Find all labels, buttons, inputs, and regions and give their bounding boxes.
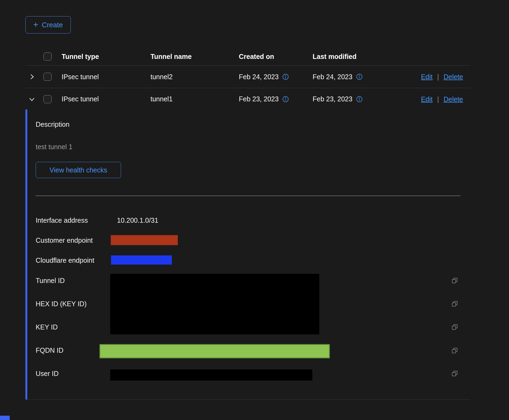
info-icon[interactable] xyxy=(356,74,363,80)
description-label: Description xyxy=(36,120,69,129)
actions-separator: | xyxy=(437,73,439,81)
select-all-checkbox[interactable] xyxy=(43,52,52,61)
description-value: test tunnel 1 xyxy=(36,142,72,151)
created-on-cell: Feb 24, 2023 xyxy=(239,73,279,81)
copy-icon[interactable] xyxy=(451,347,458,354)
actions-separator: | xyxy=(437,95,439,103)
customer-endpoint-redaction xyxy=(111,235,178,245)
tunnel-id-redaction xyxy=(110,274,319,334)
row-checkbox[interactable] xyxy=(43,95,52,103)
hex-id-label: HEX ID (KEY ID) xyxy=(36,299,86,308)
create-button-label: Create xyxy=(42,21,63,29)
last-modified-cell: Feb 23, 2023 xyxy=(313,95,352,103)
info-icon[interactable] xyxy=(356,96,363,102)
tunnel-name-cell: tunnel1 xyxy=(150,95,239,103)
tunnel-details-panel: Description test tunnel 1 View health ch… xyxy=(25,109,470,400)
expand-chevron-right-icon[interactable] xyxy=(28,73,36,81)
customer-endpoint-label: Customer endpoint xyxy=(36,236,93,245)
edit-link[interactable]: Edit xyxy=(421,95,433,103)
panel-divider xyxy=(36,196,460,196)
tunnel-name-cell: tunnel2 xyxy=(150,73,239,81)
fqdn-id-label: FQDN ID xyxy=(36,346,63,355)
user-id-label: User ID xyxy=(36,369,59,378)
copy-icon[interactable] xyxy=(451,300,458,307)
edit-link[interactable]: Edit xyxy=(421,73,433,81)
tunnel-type-cell: IPsec tunnel xyxy=(62,73,150,81)
tunnels-table: Tunnel type Tunnel name Created on Last … xyxy=(25,48,470,110)
info-icon[interactable] xyxy=(282,74,289,80)
header-tunnel-name: Tunnel name xyxy=(150,53,239,61)
plus-icon: + xyxy=(33,20,38,29)
interface-address-label: Interface address xyxy=(36,216,88,225)
delete-link[interactable]: Delete xyxy=(444,95,463,103)
created-on-cell: Feb 23, 2023 xyxy=(239,95,279,103)
user-id-redaction xyxy=(110,369,312,381)
copy-icon[interactable] xyxy=(451,370,458,377)
interface-address-value: 10.200.1.0/31 xyxy=(117,216,158,225)
header-last-modified: Last modified xyxy=(313,53,470,61)
cloudflare-endpoint-label: Cloudflare endpoint xyxy=(36,256,94,265)
copy-icon[interactable] xyxy=(451,324,458,331)
row-checkbox[interactable] xyxy=(43,73,52,81)
cloudflare-endpoint-redaction xyxy=(111,255,172,265)
expanded-row-accent-bar xyxy=(25,109,27,399)
last-modified-cell: Feb 24, 2023 xyxy=(313,73,352,81)
copy-icon[interactable] xyxy=(451,277,458,284)
collapse-chevron-down-icon[interactable] xyxy=(28,95,36,103)
delete-link[interactable]: Delete xyxy=(444,73,463,81)
table-row: IPsec tunnel tunnel1 Feb 23, 2023 Feb 23… xyxy=(25,88,470,110)
view-health-checks-button[interactable]: View health checks xyxy=(36,162,121,178)
fqdn-id-redaction xyxy=(99,344,330,358)
header-created-on: Created on xyxy=(239,53,313,61)
table-row: IPsec tunnel tunnel2 Feb 24, 2023 Feb 24… xyxy=(25,66,470,88)
key-id-label: KEY ID xyxy=(36,322,58,332)
table-header-row: Tunnel type Tunnel name Created on Last … xyxy=(25,48,470,66)
info-icon[interactable] xyxy=(282,96,289,102)
bottom-edge-accent xyxy=(0,416,10,420)
tunnel-id-label: Tunnel ID xyxy=(36,276,65,285)
tunnel-type-cell: IPsec tunnel xyxy=(62,95,150,103)
create-button[interactable]: + Create xyxy=(25,16,71,34)
header-tunnel-type: Tunnel type xyxy=(62,53,150,61)
tunnels-page: + Create Tunnel type Tunnel name Created… xyxy=(0,0,509,420)
